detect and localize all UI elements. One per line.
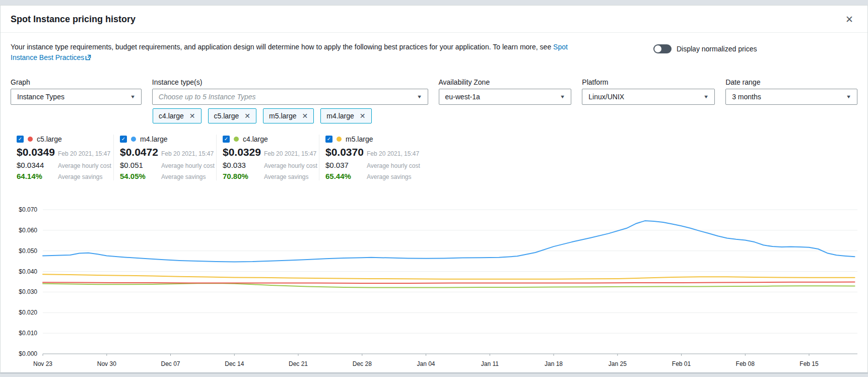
price-history-chart: $0.000$0.010$0.020$0.030$0.040$0.050$0.0… [11, 203, 858, 370]
dialog-header: Spot Instance pricing history ✕ [1, 6, 867, 33]
current-price: $0.0349 [17, 146, 58, 158]
chevron-down-icon: ▼ [846, 94, 851, 99]
svg-text:Dec 21: Dec 21 [289, 360, 308, 367]
series-name: c4.large [243, 135, 268, 143]
intro-sentence: Your instance type requirements, budget … [11, 43, 551, 51]
series-color-dot [131, 137, 136, 142]
chip-label: c5.large [214, 112, 239, 120]
svg-text:Dec 28: Dec 28 [353, 360, 372, 367]
series-checkbox[interactable]: ✓ [17, 136, 24, 143]
chevron-down-icon: ▼ [416, 94, 422, 99]
close-icon: ✕ [845, 14, 853, 25]
intro-text: Your instance type requirements, budget … [11, 42, 582, 63]
legend-card-m5-large: ✓ m5.large $0.0370Feb 20 2021, 15:47 $0.… [319, 135, 422, 180]
svg-text:$0.010: $0.010 [19, 330, 37, 337]
average-savings-label: Average savings [58, 173, 103, 180]
average-savings: 64.14% [17, 172, 58, 180]
remove-icon[interactable]: ✕ [360, 112, 366, 119]
legend-card-c4-large: ✓ c4.large $0.0329Feb 20 2021, 15:47 $0.… [216, 135, 319, 180]
series-name: c5.large [37, 135, 62, 143]
svg-text:Jan 18: Jan 18 [545, 360, 563, 367]
average-price-label: Average hourly cost [161, 162, 215, 169]
date-range-select[interactable]: 3 months ▼ [725, 89, 857, 105]
chip-label: c4.large [159, 112, 184, 120]
svg-text:$0.050: $0.050 [19, 247, 37, 255]
svg-text:$0.060: $0.060 [19, 227, 37, 234]
platform-select[interactable]: Linux/UNIX ▼ [582, 89, 715, 105]
series-color-dot [28, 137, 33, 142]
chevron-down-icon: ▼ [703, 94, 709, 99]
toggle-label: Display normalized prices [677, 45, 757, 53]
average-price-label: Average hourly cost [58, 162, 111, 169]
legend-card-c5-large: ✓ c5.large $0.0349Feb 20 2021, 15:47 $0.… [11, 135, 113, 180]
price-timestamp: Feb 20 2021, 15:47 [58, 150, 110, 157]
current-price: $0.0472 [120, 146, 161, 158]
average-savings-label: Average savings [264, 173, 309, 180]
spot-pricing-dialog: Spot Instance pricing history ✕ Your ins… [0, 5, 868, 373]
chip-c4-large[interactable]: c4.large ✕ [153, 108, 202, 123]
availability-zone-select[interactable]: eu-west-1a ▼ [439, 89, 572, 105]
remove-icon[interactable]: ✕ [189, 112, 195, 119]
svg-text:Jan 25: Jan 25 [609, 360, 627, 367]
current-price: $0.0329 [223, 146, 264, 158]
svg-text:$0.020: $0.020 [19, 309, 37, 316]
toggle-switch[interactable] [653, 44, 672, 53]
price-timestamp: Feb 20 2021, 15:47 [161, 150, 214, 157]
average-savings-label: Average savings [161, 173, 206, 180]
average-savings: 65.44% [325, 172, 367, 180]
instance-types-select[interactable]: Choose up to 5 Instance Types ▼ [152, 89, 428, 105]
svg-text:Jan 11: Jan 11 [481, 360, 499, 367]
series-checkbox[interactable]: ✓ [120, 136, 127, 143]
chip-label: m4.large [326, 112, 354, 120]
chip-m5-large[interactable]: m5.large ✕ [263, 108, 314, 123]
chip-m4-large[interactable]: m4.large ✕ [320, 108, 371, 123]
average-savings: 54.05% [120, 172, 161, 180]
svg-text:Feb 15: Feb 15 [799, 360, 819, 367]
svg-text:Nov 30: Nov 30 [97, 360, 116, 367]
average-savings-label: Average savings [367, 173, 412, 180]
svg-text:Dec 14: Dec 14 [225, 360, 244, 367]
average-price-label: Average hourly cost [367, 162, 420, 169]
series-color-dot [337, 137, 342, 142]
average-price: $0.033 [223, 161, 264, 169]
series-name: m4.large [140, 135, 167, 143]
graph-select[interactable]: Instance Types ▼ [11, 89, 142, 105]
svg-text:$0.070: $0.070 [19, 206, 37, 213]
series-checkbox[interactable]: ✓ [325, 136, 332, 143]
legend-card-m4-large: ✓ m4.large $0.0472Feb 20 2021, 15:47 $0.… [113, 135, 216, 180]
graph-select-value: Instance Types [17, 93, 64, 101]
price-timestamp: Feb 20 2021, 15:47 [264, 150, 316, 157]
availability-zone-value: eu-west-1a [445, 93, 480, 101]
series-name: m5.large [346, 135, 373, 143]
date-range-value: 3 months [732, 93, 761, 101]
platform-label: Platform [582, 78, 715, 86]
remove-icon[interactable]: ✕ [302, 112, 308, 119]
toggle-knob [654, 45, 661, 52]
series-legend: ✓ c5.large $0.0349Feb 20 2021, 15:47 $0.… [11, 135, 857, 180]
average-price-label: Average hourly cost [264, 162, 317, 169]
average-price: $0.037 [325, 161, 367, 169]
series-checkbox[interactable]: ✓ [223, 136, 230, 143]
svg-text:$0.040: $0.040 [19, 268, 37, 275]
average-price: $0.0344 [17, 161, 58, 169]
selected-instance-chips: c4.large ✕ c5.large ✕ m5.large ✕ m4.larg… [153, 108, 857, 123]
svg-text:$0.000: $0.000 [19, 350, 37, 357]
availability-zone-label: Availability Zone [439, 78, 572, 86]
remove-icon[interactable]: ✕ [244, 112, 250, 119]
chip-c5-large[interactable]: c5.large ✕ [208, 108, 257, 123]
page-title: Spot Instance pricing history [11, 14, 857, 25]
instance-types-label: Instance type(s) [152, 78, 428, 86]
chevron-down-icon: ▼ [560, 94, 565, 99]
close-button[interactable]: ✕ [842, 13, 856, 27]
series-color-dot [234, 137, 239, 142]
average-price: $0.051 [120, 161, 161, 169]
chevron-down-icon: ▼ [130, 94, 136, 99]
chip-label: m5.large [269, 112, 296, 120]
instance-types-placeholder: Choose up to 5 Instance Types [159, 93, 256, 101]
date-range-label: Date range [725, 78, 857, 86]
svg-text:$0.030: $0.030 [19, 288, 37, 295]
price-timestamp: Feb 20 2021, 15:47 [367, 150, 419, 157]
svg-text:Feb 08: Feb 08 [736, 360, 755, 367]
normalized-prices-toggle[interactable]: Display normalized prices [653, 44, 757, 53]
svg-text:Jan 04: Jan 04 [417, 360, 435, 367]
